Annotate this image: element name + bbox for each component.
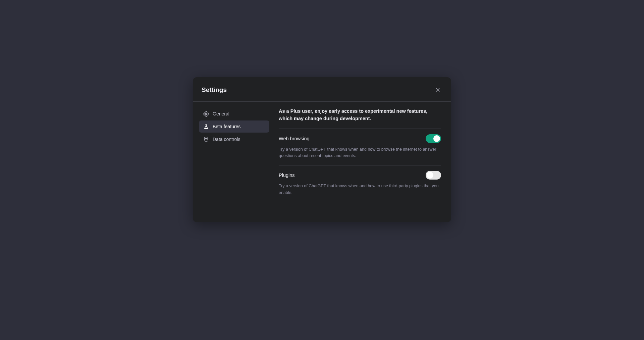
flask-icon bbox=[203, 124, 209, 130]
toggle-plugins[interactable] bbox=[426, 171, 441, 180]
modal-title: Settings bbox=[202, 86, 227, 94]
sidebar-item-data-controls[interactable]: Data controls bbox=[199, 133, 269, 145]
feature-description: Try a version of ChatGPT that knows when… bbox=[279, 146, 440, 159]
svg-point-2 bbox=[205, 113, 207, 114]
sidebar-item-label: Beta features bbox=[213, 124, 240, 129]
gear-icon bbox=[203, 111, 209, 117]
sidebar-item-label: Data controls bbox=[213, 137, 240, 142]
feature-title: Web browsing bbox=[279, 136, 310, 141]
feature-web-browsing: Web browsing Try a version of ChatGPT th… bbox=[279, 129, 441, 166]
sidebar-item-label: General bbox=[213, 111, 229, 116]
modal-body: General Beta features bbox=[193, 102, 451, 202]
feature-description: Try a version of ChatGPT that knows when… bbox=[279, 183, 440, 196]
close-icon bbox=[435, 87, 440, 93]
beta-intro-text: As a Plus user, enjoy early access to ex… bbox=[279, 108, 441, 129]
sidebar-item-beta-features[interactable]: Beta features bbox=[199, 120, 269, 133]
svg-point-3 bbox=[204, 137, 208, 138]
close-button[interactable] bbox=[433, 85, 442, 95]
feature-plugins: Plugins Try a version of ChatGPT that kn… bbox=[279, 165, 441, 202]
feature-title: Plugins bbox=[279, 173, 295, 178]
toggle-knob bbox=[427, 172, 433, 179]
settings-sidebar: General Beta features bbox=[199, 108, 269, 202]
toggle-knob bbox=[433, 135, 440, 142]
feature-header: Web browsing bbox=[279, 134, 441, 143]
settings-modal: Settings General bbox=[193, 77, 451, 222]
sidebar-item-general[interactable]: General bbox=[199, 108, 269, 120]
settings-content: As a Plus user, enjoy early access to ex… bbox=[269, 108, 442, 202]
toggle-web-browsing[interactable] bbox=[426, 134, 441, 143]
modal-header: Settings bbox=[193, 77, 451, 102]
database-icon bbox=[203, 136, 209, 142]
feature-header: Plugins bbox=[279, 171, 441, 180]
